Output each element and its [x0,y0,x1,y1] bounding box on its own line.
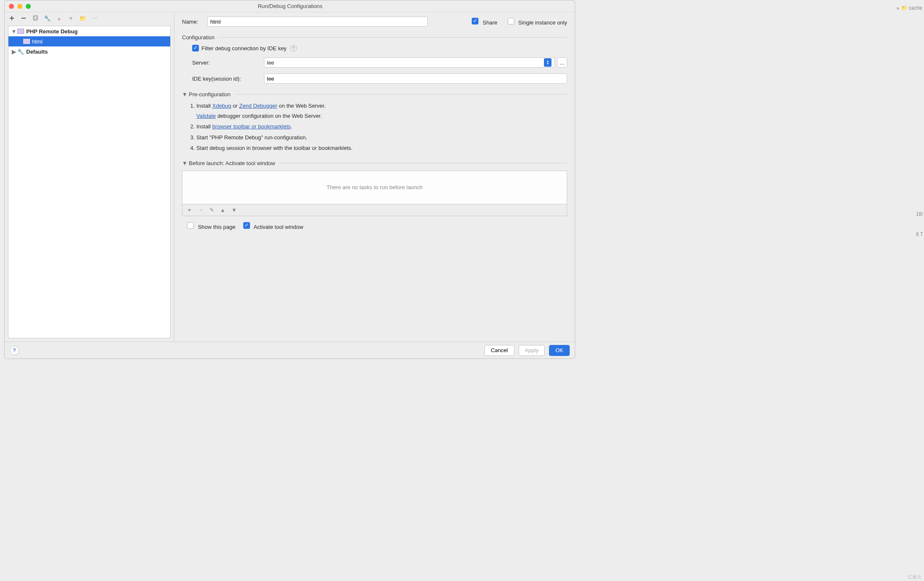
name-input[interactable] [207,16,428,27]
before-launch-toolbar: ＋ － ✎ ▲ ▼ [182,204,567,216]
expand-icon: ▼ [11,28,17,35]
server-label: Server: [192,60,264,66]
validate-link[interactable]: Validate [196,113,216,119]
show-page-checkbox[interactable] [187,222,194,229]
preconfig-list: Install Xdebug or Zend Debugger on the W… [182,102,567,152]
before-launch-tasks-box: There are no tasks to run before launch [182,171,567,204]
config-toolbar: 🔧 ▲ ▼ 📁 ↓ᵃᶻ [5,12,174,24]
apply-button[interactable]: Apply [519,345,545,356]
server-select[interactable]: lee ▴▾ [264,57,554,68]
tree-node-html[interactable]: html [8,36,170,46]
browser-toolbar-link[interactable]: browser toolbar or bookmarklets [212,123,291,130]
move-task-up-button[interactable]: ▲ [220,207,226,213]
configuration-section-header: Configuration [182,34,567,41]
add-config-button[interactable] [8,14,16,22]
tree-label: Defaults [26,49,48,55]
no-tasks-label: There are no tasks to run before launch [326,184,423,190]
zend-debugger-link[interactable]: Zend Debugger [239,103,277,109]
activate-tool-checkbox-label[interactable]: Activate tool window [243,222,304,230]
remove-config-button[interactable] [20,14,27,22]
add-task-button[interactable]: ＋ [187,206,192,214]
caret-down-icon: ▼ [182,160,187,166]
show-page-checkbox-label[interactable]: Show this page [187,222,236,230]
zoom-window-button[interactable] [26,4,31,9]
window-controls [9,4,31,9]
tree-node-php-remote-debug[interactable]: ▼ PHP Remote Debug [8,26,170,36]
help-icon[interactable]: ? [290,45,297,52]
settings-config-button[interactable]: 🔧 [43,14,51,22]
single-instance-checkbox-label[interactable]: Single instance only [508,18,567,26]
tree-node-defaults[interactable]: ▶ 🔧 Defaults [8,46,170,57]
folder-button[interactable]: 📁 [79,14,87,22]
tree-label: PHP Remote Debug [26,28,78,35]
dialog-title: Run/Debug Configurations [31,3,549,9]
share-checkbox[interactable] [472,18,478,24]
filter-label: Filter debug connection by IDE key [201,45,287,52]
server-browse-button[interactable]: … [557,57,567,68]
left-panel: 🔧 ▲ ▼ 📁 ↓ᵃᶻ ▼ PHP Remote Debug html [5,12,174,342]
preconfig-step-4: Start debug session in browser with the … [196,144,567,152]
move-task-down-button[interactable]: ▼ [231,207,237,213]
ide-key-input[interactable] [264,73,567,84]
wrench-icon: 🔧 [17,48,24,55]
preconfig-step-2: Install browser toolbar or bookmarklets. [196,122,567,131]
sort-button[interactable]: ↓ᵃᶻ [91,14,98,22]
activate-tool-checkbox[interactable] [243,222,250,229]
titlebar: Run/Debug Configurations [5,0,575,12]
share-checkbox-label[interactable]: Share [472,18,497,26]
copy-config-button[interactable] [32,14,39,22]
minimize-window-button[interactable] [17,4,22,9]
run-debug-dialog: Run/Debug Configurations 🔧 ▲ ▼ 📁 ↓ᵃᶻ ▼ P… [4,0,575,359]
config-tree[interactable]: ▼ PHP Remote Debug html ▶ 🔧 Defaults [8,26,171,338]
ide-key-label: IDE key(session id): [192,76,264,82]
right-panel: Name: Share Single instance only Configu… [174,12,575,342]
xdebug-link[interactable]: Xdebug [212,103,231,109]
svg-rect-2 [17,29,24,34]
edit-task-button[interactable]: ✎ [209,207,214,213]
single-instance-checkbox[interactable] [508,18,514,24]
dialog-footer: ? Cancel Apply OK [5,342,575,358]
name-label: Name: [182,19,207,25]
move-down-button[interactable]: ▼ [67,14,75,22]
remove-task-button[interactable]: － [198,206,204,214]
move-up-button[interactable]: ▲ [55,14,63,22]
preconfig-section-header[interactable]: ▼ Pre-configuration [182,91,567,98]
before-launch-section-header[interactable]: ▼ Before launch: Activate tool window [182,160,567,166]
php-icon [17,28,24,35]
caret-down-icon: ▼ [182,91,187,98]
help-button[interactable]: ? [10,346,19,355]
preconfig-step-1: Install Xdebug or Zend Debugger on the W… [196,102,567,120]
close-window-button[interactable] [9,4,14,9]
select-arrows-icon: ▴▾ [544,58,552,67]
svg-rect-3 [23,39,30,44]
collapse-icon: ▶ [11,49,17,55]
filter-checkbox[interactable] [192,45,199,52]
cancel-button[interactable]: Cancel [484,345,514,356]
server-value: lee [267,60,274,66]
ok-button[interactable]: OK [549,345,570,356]
preconfig-step-3: Start "PHP Remote Debug" run-configurati… [196,133,567,142]
tree-label: html [32,38,43,45]
php-icon [23,38,30,45]
